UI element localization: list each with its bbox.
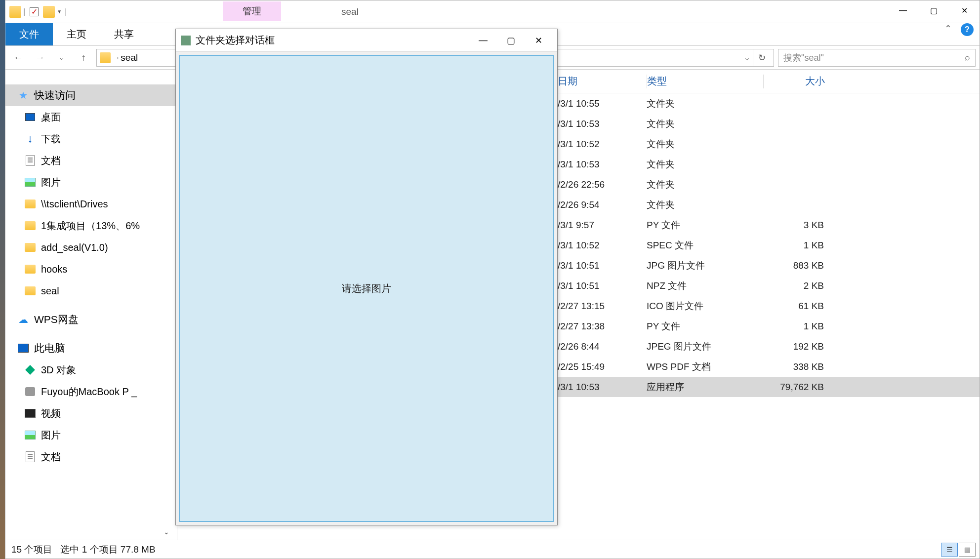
cell-date: /2/25 15:49 — [558, 361, 647, 372]
cell-date: /2/26 22:56 — [558, 179, 647, 190]
sidebar-item-label: hooks — [41, 264, 67, 275]
sidebar-wps[interactable]: ☁ WPS网盘 — [5, 309, 177, 330]
status-selection: 选中 1 个项目 77.8 MB — [60, 543, 155, 556]
breadcrumb-separator-icon[interactable]: › — [117, 54, 119, 61]
dialog-hint-text: 请选择图片 — [342, 282, 391, 295]
sidebar-item-label: 视频 — [41, 407, 61, 420]
status-item-count: 15 个项目 — [11, 543, 52, 556]
sidebar-item-label: WPS网盘 — [34, 313, 79, 326]
sidebar-item[interactable]: 文档 — [5, 446, 177, 468]
sidebar-item[interactable]: hooks — [5, 258, 177, 280]
dialog-close-button[interactable]: ✕ — [525, 31, 552, 50]
cloud-icon: ☁ — [17, 314, 29, 325]
video-icon — [24, 407, 36, 419]
column-type[interactable]: 类型 — [647, 75, 763, 88]
cell-date: /3/1 10:52 — [558, 240, 647, 251]
folder-icon — [24, 263, 36, 275]
sidebar-item-label: 下载 — [41, 132, 61, 146]
sidebar-item[interactable]: ↓下载 — [5, 128, 177, 150]
cell-type: ICO 图片文件 — [647, 300, 763, 313]
folder-icon — [24, 285, 36, 297]
qat-dropdown-icon[interactable]: ▼ — [57, 9, 63, 14]
doc-icon — [24, 155, 36, 166]
search-icon[interactable]: ⌕ — [965, 52, 970, 63]
sidebar-item[interactable]: 视频 — [5, 402, 177, 424]
dialog-maximize-button[interactable]: ▢ — [497, 31, 525, 50]
cell-size: 1 KB — [763, 321, 837, 332]
desktop-edge — [0, 0, 5, 559]
folder-icon — [24, 220, 36, 232]
sidebar-item-label: 快速访问 — [34, 88, 76, 102]
window-title: seal — [341, 6, 359, 17]
desktop-icon — [24, 111, 36, 123]
sidebar-item[interactable]: 文档 — [5, 150, 177, 171]
cell-type: 文件夹 — [647, 97, 763, 110]
qat-newfolder-icon[interactable] — [43, 6, 55, 18]
view-details-icon[interactable]: ☰ — [941, 543, 958, 557]
refresh-icon[interactable]: ↻ — [753, 49, 771, 66]
dialog-droparea[interactable]: 请选择图片 — [179, 55, 554, 522]
sidebar-item[interactable]: Fuyou的MacBook P _ — [5, 381, 177, 402]
dialog-minimize-button[interactable]: — — [469, 31, 497, 50]
close-button[interactable]: ✕ — [949, 0, 980, 20]
sidebar-item[interactable]: 图片 — [5, 424, 177, 446]
view-large-icon[interactable]: ▦ — [959, 543, 976, 557]
cell-date: /3/1 10:53 — [558, 159, 647, 170]
cell-date: /2/27 13:15 — [558, 301, 647, 312]
minimize-button[interactable]: — — [888, 0, 918, 20]
sidebar-item[interactable]: seal — [5, 280, 177, 302]
tab-home[interactable]: 主页 — [53, 23, 100, 45]
ribbon-collapse-icon[interactable]: ⌃ — [944, 23, 952, 34]
pic-icon — [24, 429, 36, 441]
history-dropdown-icon[interactable]: ⌵ — [53, 49, 71, 67]
sidebar-item-label: 1集成项目（13%、6% — [41, 219, 140, 233]
tab-file[interactable]: 文件 — [5, 23, 53, 45]
cell-type: SPEC 文件 — [647, 239, 763, 252]
pc-icon — [17, 342, 29, 354]
up-button[interactable]: ↑ — [75, 49, 92, 67]
sidebar-item[interactable]: 1集成项目（13%、6% — [5, 215, 177, 237]
sidebar-item-label: add_seal(V1.0) — [41, 242, 108, 253]
sidebar-item-label: seal — [41, 285, 59, 297]
cell-size: 2 KB — [763, 280, 837, 291]
sidebar-item[interactable]: 图片 — [5, 171, 177, 193]
cell-type: 文件夹 — [647, 199, 763, 211]
qat-properties-icon[interactable]: ✓ — [27, 6, 41, 18]
sidebar-item[interactable]: 桌面 — [5, 106, 177, 128]
sidebar-this-pc[interactable]: 此电脑 — [5, 337, 177, 359]
address-dropdown-icon[interactable]: ⌵ — [741, 54, 753, 62]
cell-date: /3/1 10:55 — [558, 98, 647, 109]
download-icon: ↓ — [24, 133, 36, 145]
mac-icon — [24, 386, 36, 398]
cell-type: PY 文件 — [647, 320, 763, 333]
maximize-button[interactable]: ▢ — [918, 0, 949, 20]
sidebar-item[interactable]: add_seal(V1.0) — [5, 237, 177, 258]
sidebar-quick-access[interactable]: ★ 快速访问 — [5, 84, 177, 106]
navigation-pane: ★ 快速访问 桌面↓下载文档图片\\tsclient\Drives1集成项目（1… — [5, 70, 177, 540]
cell-size: 338 KB — [763, 361, 837, 372]
sidebar-item-label: 此电脑 — [34, 341, 65, 355]
back-button[interactable]: ← — [9, 49, 27, 67]
cell-type: 文件夹 — [647, 118, 763, 130]
tab-share[interactable]: 共享 — [100, 23, 148, 45]
dialog-title: 文件夹选择对话框 — [196, 34, 469, 47]
contextual-tab-manage[interactable]: 管理 — [223, 1, 281, 21]
search-input[interactable]: 搜索"seal" ⌕ — [778, 49, 976, 67]
help-icon[interactable]: ? — [961, 23, 974, 36]
quick-access-toolbar: | ✓ ▼ | — [5, 6, 67, 18]
address-folder-icon — [100, 52, 111, 63]
3d-icon — [24, 364, 36, 376]
sidebar-item[interactable]: 3D 对象 — [5, 359, 177, 381]
column-size[interactable]: 大小 — [764, 75, 838, 88]
search-placeholder: 搜索"seal" — [783, 52, 824, 64]
sidebar-item-label: 文档 — [41, 154, 61, 167]
sidebar-item-label: \\tsclient\Drives — [41, 199, 108, 210]
dialog-title-bar[interactable]: 文件夹选择对话框 — ▢ ✕ — [176, 29, 557, 52]
sidebar-item[interactable]: \\tsclient\Drives — [5, 193, 177, 215]
column-date[interactable]: 日期 — [558, 75, 647, 88]
forward-button[interactable]: → — [31, 49, 49, 67]
cell-date: /2/27 13:38 — [558, 321, 647, 332]
breadcrumb-segment[interactable]: seal — [121, 52, 138, 63]
nav-pane-expand-icon[interactable]: ⌄ — [163, 528, 169, 536]
cell-type: WPS PDF 文档 — [647, 360, 763, 373]
